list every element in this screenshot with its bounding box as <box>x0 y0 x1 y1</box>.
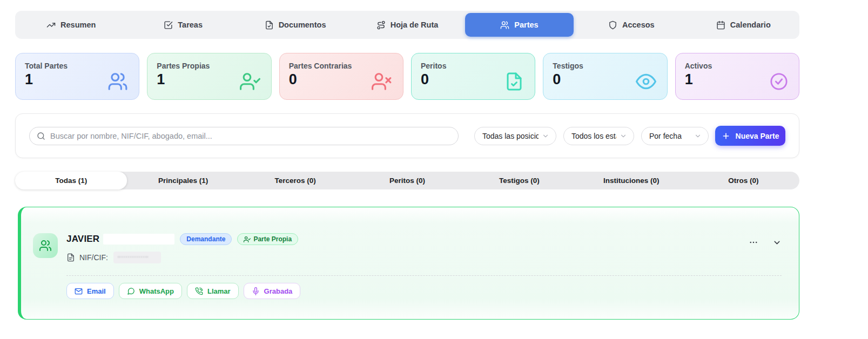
dropdown-value: Todos los estad <box>571 132 616 140</box>
stat-value: 1 <box>157 71 210 88</box>
party-card: JAVIER Demandante Parte Propia <box>18 207 799 320</box>
cattab-otros[interactable]: Otros (0) <box>688 172 799 189</box>
chevron-down-icon <box>542 132 549 140</box>
more-options-icon[interactable] <box>749 238 758 247</box>
user-x-icon <box>372 71 392 92</box>
new-party-button[interactable]: Nueva Parte <box>715 126 785 146</box>
tab-hoja-de-ruta[interactable]: Hoja de Ruta <box>353 13 461 37</box>
stat-value: 1 <box>685 71 712 88</box>
cattab-terceros[interactable]: Terceros (0) <box>239 172 351 189</box>
nif-label: NIF/CIF: <box>79 253 108 262</box>
call-button-label: Llamar <box>207 287 231 295</box>
cattab-principales[interactable]: Principales (1) <box>127 172 239 189</box>
stat-label: Peritos <box>421 62 446 70</box>
redacted-nif-value <box>113 252 161 263</box>
divider <box>66 275 782 276</box>
expand-chevron-icon[interactable] <box>772 238 782 247</box>
stat-value: 0 <box>289 71 352 88</box>
plus-icon <box>722 132 730 140</box>
message-circle-icon <box>127 287 135 295</box>
tab-tareas[interactable]: Tareas <box>129 13 237 37</box>
users-icon <box>107 71 128 92</box>
own-party-badge-label: Parte Propia <box>253 235 292 243</box>
new-party-label: Nueva Parte <box>736 132 779 140</box>
stat-partes-contrarias: Partes Contrarias 0 <box>279 53 403 100</box>
file-text-icon <box>66 253 75 262</box>
category-tabs: Todas (1) Principales (1) Terceros (0) P… <box>15 172 799 189</box>
tab-partes[interactable]: Partes <box>465 13 574 37</box>
stat-label: Partes Propias <box>157 62 210 70</box>
recorded-button-label: Grabada <box>264 287 293 295</box>
tab-resumen[interactable]: Resumen <box>17 13 125 37</box>
calendar-icon <box>716 21 725 30</box>
cattab-todas[interactable]: Todas (1) <box>15 172 127 189</box>
stats-row: Total Partes 1 Partes Propias 1 Partes C… <box>15 53 799 100</box>
status-filter-dropdown[interactable]: Todos los estad <box>563 127 634 145</box>
file-check-icon <box>504 72 524 91</box>
tab-calendario[interactable]: Calendario <box>689 13 798 37</box>
trending-up-icon <box>46 21 56 30</box>
stat-value: 1 <box>25 71 68 88</box>
stat-total-partes: Total Partes 1 <box>15 53 139 100</box>
stat-testigos: Testigos 0 <box>543 53 667 100</box>
tab-label: Hoja de Ruta <box>391 21 439 29</box>
phone-call-icon <box>195 287 203 295</box>
stat-label: Testigos <box>553 62 583 70</box>
call-button[interactable]: Llamar <box>187 283 239 299</box>
tab-label: Documentos <box>279 21 326 29</box>
cattab-testigos[interactable]: Testigos (0) <box>463 172 575 189</box>
stat-label: Activos <box>685 62 712 70</box>
case-nav-tabs: Resumen Tareas Documentos Hoja de Ruta P… <box>15 11 799 39</box>
users-icon <box>500 21 509 30</box>
stat-partes-propias: Partes Propias 1 <box>147 53 271 100</box>
role-badge: Demandante <box>180 233 232 245</box>
mail-icon <box>75 287 83 295</box>
partes-page: Resumen Tareas Documentos Hoja de Ruta P… <box>0 0 868 339</box>
file-check-icon <box>265 21 274 30</box>
tab-label: Calendario <box>730 21 771 29</box>
microphone-icon <box>252 287 260 295</box>
users-icon <box>39 239 52 252</box>
search-input[interactable] <box>50 132 451 140</box>
stat-peritos: Peritos 0 <box>411 53 535 100</box>
stat-value: 0 <box>421 71 446 88</box>
search-box <box>29 127 459 145</box>
party-avatar <box>33 233 58 258</box>
check-square-icon <box>164 21 173 30</box>
filters-toolbar: Todas las posicion Todos los estad Por f… <box>15 113 799 158</box>
whatsapp-button-label: WhatsApp <box>139 287 174 295</box>
shield-icon <box>608 21 617 30</box>
chevron-down-icon <box>620 132 627 140</box>
cattab-instituciones[interactable]: Instituciones (0) <box>575 172 687 189</box>
whatsapp-button[interactable]: WhatsApp <box>119 283 182 299</box>
tab-documentos[interactable]: Documentos <box>241 13 349 37</box>
email-button-label: Email <box>87 287 106 295</box>
cattab-peritos[interactable]: Peritos (0) <box>351 172 463 189</box>
dropdown-value: Por fecha <box>649 132 682 140</box>
dropdown-value: Todas las posicion <box>482 132 539 140</box>
tab-accesos[interactable]: Accesos <box>577 13 685 37</box>
party-name: JAVIER <box>66 234 99 245</box>
tab-label: Accesos <box>622 21 655 29</box>
own-party-badge: Parte Propia <box>237 233 298 245</box>
date-sort-dropdown[interactable]: Por fecha <box>641 127 709 145</box>
position-filter-dropdown[interactable]: Todas las posicion <box>474 127 556 145</box>
route-icon <box>376 21 386 30</box>
redacted-name <box>103 234 174 245</box>
stat-activos: Activos 1 <box>675 53 799 100</box>
stat-label: Total Partes <box>25 62 68 70</box>
email-button[interactable]: Email <box>66 283 114 299</box>
tab-label: Tareas <box>178 21 203 29</box>
stat-value: 0 <box>553 71 583 88</box>
role-badge-label: Demandante <box>186 235 225 243</box>
eye-icon <box>636 71 656 92</box>
tab-label: Resumen <box>60 21 96 29</box>
user-check-icon <box>244 236 251 243</box>
recorded-button[interactable]: Grabada <box>244 283 301 299</box>
search-icon <box>37 132 45 140</box>
tab-label: Partes <box>514 21 538 29</box>
stat-label: Partes Contrarias <box>289 62 352 70</box>
chevron-down-icon <box>694 132 702 140</box>
check-circle-icon <box>770 72 788 91</box>
user-check-icon <box>240 71 260 92</box>
